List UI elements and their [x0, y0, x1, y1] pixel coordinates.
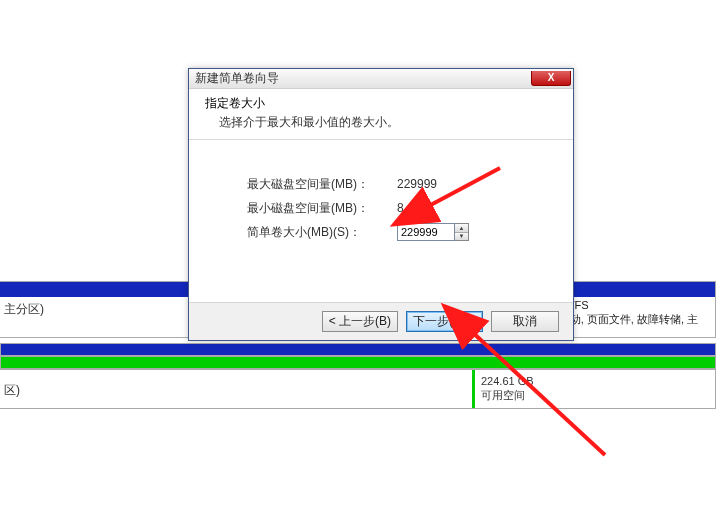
- cancel-button[interactable]: 取消: [491, 311, 559, 332]
- dialog-title: 新建简单卷向导: [195, 70, 279, 87]
- volume-size-label: 简单卷大小(MB)(S)：: [247, 224, 397, 241]
- dialog-subheader: 指定卷大小 选择介于最大和最小值的卷大小。: [189, 89, 573, 140]
- free-space-label: 可用空间: [481, 388, 709, 402]
- volume-size-input[interactable]: [397, 223, 455, 241]
- dialog-content: 最大磁盘空间量(MB)： 229999 最小磁盘空间量(MB)： 8 简单卷大小…: [189, 140, 573, 302]
- min-space-value: 8: [397, 201, 404, 215]
- partition-strip-low: 区) 224.61 GB 可用空间: [0, 369, 716, 409]
- close-button[interactable]: X: [531, 71, 571, 86]
- free-space-size: 224.61 GB: [481, 374, 709, 388]
- close-icon: X: [548, 73, 555, 83]
- spinner-buttons: ▲ ▼: [455, 223, 469, 241]
- dialog-titlebar[interactable]: 新建简单卷向导 X: [189, 69, 573, 89]
- volume-size-spinner: ▲ ▼: [397, 223, 469, 241]
- back-button[interactable]: < 上一步(B): [322, 311, 398, 332]
- row-max-space: 最大磁盘空间量(MB)： 229999: [247, 172, 549, 196]
- partition-top-label: 主分区): [4, 301, 44, 318]
- new-simple-volume-wizard-dialog: 新建简单卷向导 X 指定卷大小 选择介于最大和最小值的卷大小。 最大磁盘空间量(…: [188, 68, 574, 341]
- partition-bar-mid-blue: [0, 343, 716, 356]
- free-space-block[interactable]: 224.61 GB 可用空间: [472, 370, 715, 408]
- row-volume-size: 简单卷大小(MB)(S)： ▲ ▼: [247, 220, 549, 244]
- min-space-label: 最小磁盘空间量(MB)：: [247, 200, 397, 217]
- spinner-down-button[interactable]: ▼: [455, 233, 468, 241]
- max-space-label: 最大磁盘空间量(MB)：: [247, 176, 397, 193]
- max-space-value: 229999: [397, 177, 437, 191]
- partition-bar-mid-green: [0, 356, 716, 369]
- spinner-up-button[interactable]: ▲: [455, 224, 468, 233]
- dialog-footer: < 上一步(B) 下一步(N) > 取消: [189, 302, 573, 340]
- next-button[interactable]: 下一步(N) >: [406, 311, 483, 332]
- section-desc: 选择介于最大和最小值的卷大小。: [219, 114, 561, 131]
- partition-low-label: 区): [4, 382, 20, 399]
- row-min-space: 最小磁盘空间量(MB)： 8: [247, 196, 549, 220]
- section-title: 指定卷大小: [205, 95, 561, 112]
